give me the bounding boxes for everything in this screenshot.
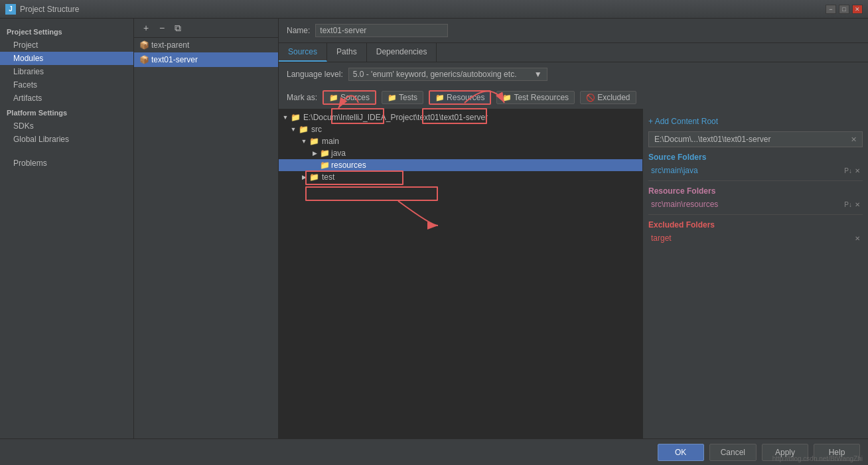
- tree-item-resources[interactable]: 📁 resources: [279, 159, 642, 171]
- test-resources-label: Test Resources: [514, 93, 569, 102]
- name-row: Name:: [279, 19, 868, 43]
- main-layout: Project Settings Project Modules Librari…: [0, 19, 868, 438]
- java-folder-icon: 📁: [320, 149, 330, 158]
- module-icon: 📦: [139, 41, 149, 49]
- tree-arrow-icon: ▶: [311, 150, 319, 157]
- excluded-label: Excluded: [597, 93, 630, 102]
- sidebar-item-libraries[interactable]: Libraries: [0, 65, 133, 78]
- java-label: java: [331, 149, 346, 158]
- minimize-button[interactable]: −: [826, 5, 836, 14]
- watermark: http://blog.csdn.net/BtWangZhi: [772, 455, 863, 462]
- window-controls: − □ ✕: [826, 5, 863, 14]
- add-content-root-button[interactable]: + Add Content Root: [648, 114, 863, 129]
- mark-sources-button[interactable]: 📁 Sources: [323, 90, 376, 105]
- remove-module-button[interactable]: −: [155, 21, 169, 34]
- source-folder-edit-button[interactable]: P↓: [844, 167, 852, 174]
- resource-folder-actions: P↓ ✕: [844, 201, 860, 208]
- close-button[interactable]: ✕: [852, 5, 863, 14]
- title-bar: J Project Structure − □ ✕: [0, 0, 868, 19]
- test-folder-icon: 📁: [309, 172, 319, 182]
- resources-folder-icon: 📁: [320, 161, 330, 170]
- sources-folder-icon: 📁: [329, 94, 338, 102]
- add-module-button[interactable]: +: [139, 21, 153, 34]
- mark-resources-button[interactable]: 📁 Resources: [429, 90, 491, 105]
- module-item-text-parent[interactable]: 📦 text-parent: [134, 38, 278, 52]
- file-tree[interactable]: ▼ 📁 E:\Docum\IntelliJ_IDEA_Project\text0…: [279, 109, 642, 438]
- source-folder-entry: src\main\java P↓ ✕: [648, 165, 863, 176]
- sidebar-item-artifacts[interactable]: Artifacts: [0, 92, 133, 105]
- module-icon: 📦: [139, 56, 149, 64]
- sidebar-item-project[interactable]: Project: [0, 38, 133, 52]
- mark-as-label: Mark as:: [287, 93, 317, 102]
- module-name: text-parent: [151, 40, 189, 50]
- sidebar-item-global-libraries[interactable]: Global Libraries: [0, 133, 133, 146]
- app-icon: J: [5, 4, 16, 15]
- root-folder-icon: 📁: [291, 113, 301, 122]
- resources-folder-icon: 📁: [435, 94, 445, 102]
- module-toolbar: + − ⧉: [134, 19, 278, 38]
- sidebar-item-facets[interactable]: Facets: [0, 78, 133, 92]
- module-panel: + − ⧉ 📦 text-parent 📦 text01-server: [134, 19, 279, 438]
- copy-module-button[interactable]: ⧉: [171, 21, 184, 34]
- tabs-row: Sources Paths Dependencies: [279, 43, 868, 62]
- ok-button[interactable]: OK: [658, 444, 704, 461]
- content-root-path-text: E:\Docum\...\text01\text01-server: [654, 135, 770, 144]
- source-folders-heading: Source Folders: [648, 153, 863, 162]
- tree-item-src[interactable]: ▼ 📁 src: [279, 123, 642, 135]
- src-label: src: [311, 125, 322, 134]
- source-folder-path: src\main\java: [651, 166, 698, 175]
- sidebar-item-sdks[interactable]: SDKs: [0, 119, 133, 133]
- test-label: test: [322, 172, 334, 182]
- tests-label: Tests: [399, 93, 417, 102]
- content-root-path: E:\Docum\...\text01\text01-server ✕: [648, 131, 863, 147]
- tree-arrow-icon: ▼: [289, 126, 297, 133]
- src-folder-icon: 📁: [299, 125, 309, 134]
- resources-label: resources: [331, 161, 366, 170]
- mark-test-resources-button[interactable]: 📁 Test Resources: [496, 91, 575, 104]
- sidebar: Project Settings Project Modules Librari…: [0, 19, 134, 438]
- mark-tests-button[interactable]: 📁 Tests: [382, 91, 423, 104]
- name-input[interactable]: [315, 24, 448, 37]
- maximize-button[interactable]: □: [839, 5, 849, 14]
- tests-folder-icon: 📁: [388, 94, 397, 102]
- source-folder-remove-button[interactable]: ✕: [855, 167, 860, 174]
- language-level-select[interactable]: 5.0 - 'enum' keyword, generics/autoboxin…: [348, 68, 547, 81]
- sources-label: Sources: [340, 93, 370, 102]
- right-panel: + Add Content Root E:\Docum\...\text01\t…: [642, 109, 868, 438]
- name-label: Name:: [287, 26, 310, 35]
- content-area: Name: Sources Paths Dependencies Languag…: [279, 19, 868, 438]
- bottom-bar: OK Cancel Apply Help: [0, 438, 868, 465]
- sidebar-item-problems[interactable]: Problems: [0, 157, 133, 170]
- resources-label: Resources: [447, 93, 484, 102]
- tab-sources[interactable]: Sources: [279, 43, 327, 62]
- tree-arrow-icon: ▶: [300, 174, 308, 180]
- excluded-folder-actions: ✕: [855, 235, 860, 242]
- resource-folder-remove-button[interactable]: ✕: [855, 201, 860, 208]
- content-root-close-button[interactable]: ✕: [851, 135, 857, 144]
- module-name: text01-server: [151, 55, 198, 64]
- sidebar-item-modules[interactable]: Modules: [0, 52, 133, 65]
- tab-paths[interactable]: Paths: [327, 43, 367, 62]
- tree-root-label: E:\Docum\IntelliJ_IDEA_Project\text01\te…: [303, 113, 488, 122]
- test-resources-folder-icon: 📁: [502, 94, 512, 102]
- mark-excluded-button[interactable]: 🚫 Excluded: [580, 91, 636, 104]
- tree-item-test[interactable]: ▶ 📁 test: [279, 171, 642, 183]
- cancel-button[interactable]: Cancel: [709, 444, 757, 461]
- main-label: main: [322, 137, 339, 146]
- resource-folder-edit-button[interactable]: P↓: [844, 201, 852, 208]
- excluded-folders-heading: Excluded Folders: [648, 220, 863, 230]
- language-level-label: Language level:: [287, 70, 343, 79]
- mark-as-row: Mark as: 📁 Sources 📁 Tests 📁 Resources 📁…: [279, 86, 868, 109]
- resource-folder-path: src\main\resources: [651, 200, 718, 209]
- excluded-folder-remove-button[interactable]: ✕: [855, 235, 860, 242]
- divider: [648, 180, 863, 181]
- tree-root[interactable]: ▼ 📁 E:\Docum\IntelliJ_IDEA_Project\text0…: [279, 111, 642, 123]
- platform-settings-label: Platform Settings: [0, 105, 133, 119]
- module-item-text01-server[interactable]: 📦 text01-server: [134, 52, 278, 67]
- tab-dependencies[interactable]: Dependencies: [367, 43, 437, 62]
- tree-and-right: ▼ 📁 E:\Docum\IntelliJ_IDEA_Project\text0…: [279, 109, 868, 438]
- tree-item-java[interactable]: ▶ 📁 java: [279, 147, 642, 159]
- resource-folders-heading: Resource Folders: [648, 186, 863, 196]
- tree-item-main[interactable]: ▼ 📁 main: [279, 135, 642, 147]
- resource-folder-entry: src\main\resources P↓ ✕: [648, 198, 863, 210]
